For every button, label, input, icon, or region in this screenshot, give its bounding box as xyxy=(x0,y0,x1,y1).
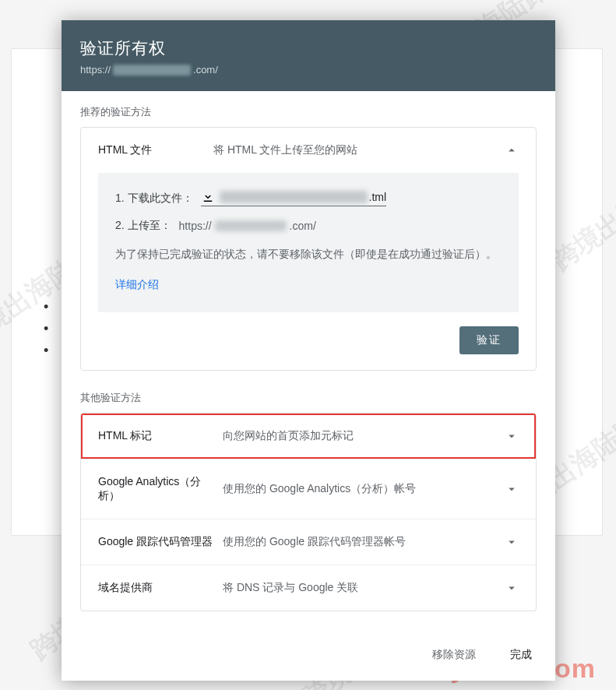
redacted-filename xyxy=(220,191,368,203)
download-file-link[interactable]: .tml xyxy=(201,190,387,206)
verify-row: 验证 xyxy=(81,326,536,370)
chevron-down-icon xyxy=(505,535,519,549)
url-suffix: .com/ xyxy=(193,64,218,76)
method-html-tag[interactable]: HTML 标记 向您网站的首页添加元标记 xyxy=(81,414,536,459)
item-desc: 使用您的 Google 跟踪代码管理器帐号 xyxy=(223,535,505,549)
redacted-domain xyxy=(215,220,287,231)
item-name: Google Analytics（分析） xyxy=(98,475,223,503)
step1-label: 1. 下载此文件： xyxy=(115,192,193,206)
remove-property-button[interactable]: 移除资源 xyxy=(426,643,482,667)
file-extension: .tml xyxy=(369,191,387,203)
step-1: 1. 下载此文件： .tml xyxy=(115,190,502,206)
item-desc: 将 DNS 记录与 Google 关联 xyxy=(223,581,505,595)
step2-label: 2. 上传至： xyxy=(115,219,171,233)
dialog-title: 验证所有权 xyxy=(80,37,537,59)
chevron-down-icon xyxy=(505,581,519,595)
step2-prefix: https:// xyxy=(179,220,212,232)
dialog-property-url: https:// .com/ xyxy=(80,64,537,76)
item-name: 域名提供商 xyxy=(98,581,223,595)
item-name: Google 跟踪代码管理器 xyxy=(98,535,223,549)
recommended-method-card: HTML 文件 将 HTML 文件上传至您的网站 1. 下载此文件： .tml … xyxy=(80,127,537,371)
step2-url: https:// .com/ xyxy=(179,220,316,232)
other-methods-list: HTML 标记 向您网站的首页添加元标记 Google Analytics（分析… xyxy=(80,413,537,611)
bullet-dots: ••• xyxy=(44,296,48,361)
keep-file-note: 为了保持已完成验证的状态，请不要移除该文件（即使是在成功通过验证后）。 xyxy=(115,245,502,264)
step-2: 2. 上传至： https:// .com/ xyxy=(115,219,502,233)
method-domain-provider[interactable]: 域名提供商 将 DNS 记录与 Google 关联 xyxy=(81,565,536,611)
chevron-down-icon xyxy=(505,482,519,496)
method-google-tag-manager[interactable]: Google 跟踪代码管理器 使用您的 Google 跟踪代码管理器帐号 xyxy=(81,519,536,565)
details-link[interactable]: 详细介绍 xyxy=(115,278,159,290)
verify-button[interactable]: 验证 xyxy=(459,326,519,354)
item-desc: 使用您的 Google Analytics（分析）帐号 xyxy=(223,482,505,496)
item-desc: 向您网站的首页添加元标记 xyxy=(223,429,505,443)
url-prefix: https:// xyxy=(80,64,111,76)
done-button[interactable]: 完成 xyxy=(504,643,538,667)
dialog-footer: 移除资源 完成 xyxy=(62,629,555,681)
redacted-domain xyxy=(113,65,191,76)
step2-suffix: .com/ xyxy=(290,220,316,232)
method-desc: 将 HTML 文件上传至您的网站 xyxy=(213,143,505,157)
download-icon xyxy=(201,190,215,204)
dialog-body: 推荐的验证方法 HTML 文件 将 HTML 文件上传至您的网站 1. 下载此文… xyxy=(62,91,555,629)
dialog-header: 验证所有权 https:// .com/ xyxy=(62,20,555,91)
method-name: HTML 文件 xyxy=(98,143,213,157)
item-name: HTML 标记 xyxy=(98,429,223,443)
chevron-down-icon xyxy=(505,429,519,443)
method-content: 1. 下载此文件： .tml 2. 上传至： https:// .com/ xyxy=(98,173,519,312)
recommended-label: 推荐的验证方法 xyxy=(80,105,537,119)
method-google-analytics[interactable]: Google Analytics（分析） 使用您的 Google Analyti… xyxy=(81,459,536,519)
method-html-file-header[interactable]: HTML 文件 将 HTML 文件上传至您的网站 xyxy=(81,128,536,173)
chevron-up-icon xyxy=(505,143,519,157)
verify-ownership-dialog: 验证所有权 https:// .com/ 推荐的验证方法 HTML 文件 将 H… xyxy=(62,20,555,681)
other-label: 其他验证方法 xyxy=(80,391,537,405)
